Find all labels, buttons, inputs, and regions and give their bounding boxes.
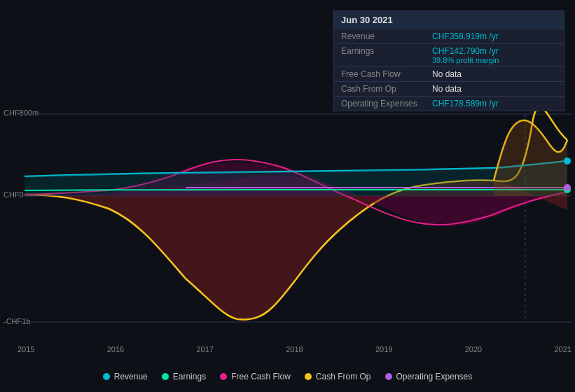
tooltip-label-earnings: Earnings <box>341 46 432 56</box>
tooltip-value-revenue: CHF358.919m /yr <box>432 31 499 41</box>
tooltip-row-earnings: Earnings CHF142.790m /yr 39.8% profit ma… <box>334 43 564 66</box>
legend-dot-revenue <box>103 373 110 380</box>
legend-dot-fcf <box>220 373 227 380</box>
x-label-2019: 2019 <box>375 345 392 354</box>
legend-cashop[interactable]: Cash From Op <box>305 372 371 382</box>
tooltip-label-cashop: Cash From Op <box>341 84 432 94</box>
tooltip-label-fcf: Free Cash Flow <box>341 69 432 79</box>
legend-opex[interactable]: Operating Expenses <box>385 372 473 382</box>
svg-point-8 <box>564 184 571 191</box>
legend-label-earnings: Earnings <box>173 372 206 382</box>
data-tooltip: Jun 30 2021 Revenue CHF358.919m /yr Earn… <box>333 10 564 111</box>
tooltip-row-fcf: Free Cash Flow No data <box>334 66 564 81</box>
legend-dot-cashop <box>305 373 312 380</box>
x-label-2015: 2015 <box>18 345 34 354</box>
tooltip-title: Jun 30 2021 <box>334 11 564 29</box>
legend-earnings[interactable]: Earnings <box>162 372 206 382</box>
tooltip-row-cashop: Cash From Op No data <box>334 81 564 96</box>
legend-label-revenue: Revenue <box>114 372 148 382</box>
x-label-2017: 2017 <box>197 345 214 354</box>
legend-label-opex: Operating Expenses <box>396 372 473 382</box>
x-label-2021: 2021 <box>555 345 571 354</box>
legend-label-cashop: Cash From Op <box>316 372 371 382</box>
legend-dot-earnings <box>162 373 169 380</box>
tooltip-label-opex: Operating Expenses <box>341 99 432 108</box>
tooltip-value-cashop: No data <box>432 84 462 94</box>
tooltip-row-revenue: Revenue CHF358.919m /yr <box>334 29 564 43</box>
x-label-2016: 2016 <box>107 345 124 354</box>
x-axis: 2015 2016 2017 2018 2019 2020 2021 <box>18 345 571 354</box>
tooltip-value-fcf: No data <box>432 69 462 79</box>
x-label-2020: 2020 <box>465 345 482 354</box>
legend-fcf[interactable]: Free Cash Flow <box>220 372 291 382</box>
chart-legend: Revenue Earnings Free Cash Flow Cash Fro… <box>0 372 575 382</box>
tooltip-value-earnings: CHF142.790m /yr 39.8% profit margin <box>432 46 499 64</box>
legend-revenue[interactable]: Revenue <box>103 372 148 382</box>
legend-dot-opex <box>385 373 392 380</box>
tooltip-value-opex: CHF178.589m /yr <box>432 99 499 108</box>
tooltip-label-revenue: Revenue <box>341 31 432 41</box>
x-label-2018: 2018 <box>286 345 303 354</box>
svg-point-6 <box>564 158 571 164</box>
legend-label-fcf: Free Cash Flow <box>231 372 291 382</box>
tooltip-row-opex: Operating Expenses CHF178.589m /yr <box>334 96 564 111</box>
